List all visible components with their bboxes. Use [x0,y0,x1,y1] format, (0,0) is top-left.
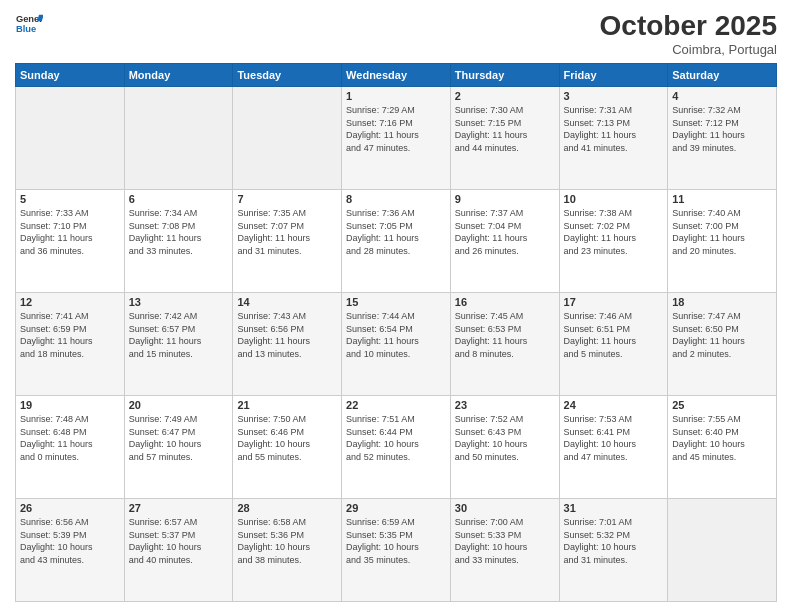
day-number: 22 [346,399,446,411]
calendar-week-row: 26Sunrise: 6:56 AM Sunset: 5:39 PM Dayli… [16,499,777,602]
table-row: 18Sunrise: 7:47 AM Sunset: 6:50 PM Dayli… [668,293,777,396]
table-row: 9Sunrise: 7:37 AM Sunset: 7:04 PM Daylig… [450,190,559,293]
day-info: Sunrise: 7:34 AM Sunset: 7:08 PM Dayligh… [129,207,229,257]
table-row [124,87,233,190]
day-info: Sunrise: 7:46 AM Sunset: 6:51 PM Dayligh… [564,310,664,360]
day-info: Sunrise: 7:30 AM Sunset: 7:15 PM Dayligh… [455,104,555,154]
day-info: Sunrise: 7:31 AM Sunset: 7:13 PM Dayligh… [564,104,664,154]
day-number: 6 [129,193,229,205]
page: General Blue General Blue October 2025 C… [0,0,792,612]
day-number: 20 [129,399,229,411]
col-wednesday: Wednesday [342,64,451,87]
table-row: 16Sunrise: 7:45 AM Sunset: 6:53 PM Dayli… [450,293,559,396]
day-number: 26 [20,502,120,514]
day-number: 17 [564,296,664,308]
day-info: Sunrise: 6:58 AM Sunset: 5:36 PM Dayligh… [237,516,337,566]
col-friday: Friday [559,64,668,87]
day-number: 23 [455,399,555,411]
col-saturday: Saturday [668,64,777,87]
table-row: 21Sunrise: 7:50 AM Sunset: 6:46 PM Dayli… [233,396,342,499]
day-number: 13 [129,296,229,308]
day-info: Sunrise: 7:47 AM Sunset: 6:50 PM Dayligh… [672,310,772,360]
table-row: 14Sunrise: 7:43 AM Sunset: 6:56 PM Dayli… [233,293,342,396]
day-number: 11 [672,193,772,205]
day-number: 24 [564,399,664,411]
table-row: 3Sunrise: 7:31 AM Sunset: 7:13 PM Daylig… [559,87,668,190]
day-info: Sunrise: 7:41 AM Sunset: 6:59 PM Dayligh… [20,310,120,360]
day-number: 29 [346,502,446,514]
day-number: 28 [237,502,337,514]
day-info: Sunrise: 6:56 AM Sunset: 5:39 PM Dayligh… [20,516,120,566]
table-row: 6Sunrise: 7:34 AM Sunset: 7:08 PM Daylig… [124,190,233,293]
day-number: 12 [20,296,120,308]
day-info: Sunrise: 7:51 AM Sunset: 6:44 PM Dayligh… [346,413,446,463]
day-info: Sunrise: 7:36 AM Sunset: 7:05 PM Dayligh… [346,207,446,257]
table-row: 15Sunrise: 7:44 AM Sunset: 6:54 PM Dayli… [342,293,451,396]
month-title: October 2025 [600,10,777,42]
logo: General Blue General Blue [15,10,43,38]
day-info: Sunrise: 7:38 AM Sunset: 7:02 PM Dayligh… [564,207,664,257]
day-number: 1 [346,90,446,102]
weekday-header-row: Sunday Monday Tuesday Wednesday Thursday… [16,64,777,87]
table-row [233,87,342,190]
table-row [16,87,125,190]
day-info: Sunrise: 7:43 AM Sunset: 6:56 PM Dayligh… [237,310,337,360]
day-number: 19 [20,399,120,411]
day-info: Sunrise: 7:45 AM Sunset: 6:53 PM Dayligh… [455,310,555,360]
table-row: 22Sunrise: 7:51 AM Sunset: 6:44 PM Dayli… [342,396,451,499]
day-number: 8 [346,193,446,205]
table-row: 26Sunrise: 6:56 AM Sunset: 5:39 PM Dayli… [16,499,125,602]
day-info: Sunrise: 7:37 AM Sunset: 7:04 PM Dayligh… [455,207,555,257]
day-info: Sunrise: 7:01 AM Sunset: 5:32 PM Dayligh… [564,516,664,566]
day-number: 9 [455,193,555,205]
table-row: 11Sunrise: 7:40 AM Sunset: 7:00 PM Dayli… [668,190,777,293]
logo-icon: General Blue [15,10,43,38]
day-number: 10 [564,193,664,205]
col-monday: Monday [124,64,233,87]
calendar-week-row: 1Sunrise: 7:29 AM Sunset: 7:16 PM Daylig… [16,87,777,190]
table-row: 28Sunrise: 6:58 AM Sunset: 5:36 PM Dayli… [233,499,342,602]
table-row: 27Sunrise: 6:57 AM Sunset: 5:37 PM Dayli… [124,499,233,602]
calendar-week-row: 12Sunrise: 7:41 AM Sunset: 6:59 PM Dayli… [16,293,777,396]
day-number: 30 [455,502,555,514]
table-row: 10Sunrise: 7:38 AM Sunset: 7:02 PM Dayli… [559,190,668,293]
table-row: 5Sunrise: 7:33 AM Sunset: 7:10 PM Daylig… [16,190,125,293]
table-row: 23Sunrise: 7:52 AM Sunset: 6:43 PM Dayli… [450,396,559,499]
table-row: 25Sunrise: 7:55 AM Sunset: 6:40 PM Dayli… [668,396,777,499]
day-info: Sunrise: 7:29 AM Sunset: 7:16 PM Dayligh… [346,104,446,154]
table-row: 1Sunrise: 7:29 AM Sunset: 7:16 PM Daylig… [342,87,451,190]
calendar-week-row: 19Sunrise: 7:48 AM Sunset: 6:48 PM Dayli… [16,396,777,499]
svg-text:Blue: Blue [16,24,36,34]
col-sunday: Sunday [16,64,125,87]
day-info: Sunrise: 7:48 AM Sunset: 6:48 PM Dayligh… [20,413,120,463]
day-number: 4 [672,90,772,102]
day-number: 25 [672,399,772,411]
day-number: 7 [237,193,337,205]
day-info: Sunrise: 7:52 AM Sunset: 6:43 PM Dayligh… [455,413,555,463]
col-tuesday: Tuesday [233,64,342,87]
day-info: Sunrise: 6:57 AM Sunset: 5:37 PM Dayligh… [129,516,229,566]
title-section: October 2025 Coimbra, Portugal [600,10,777,57]
day-number: 18 [672,296,772,308]
day-info: Sunrise: 6:59 AM Sunset: 5:35 PM Dayligh… [346,516,446,566]
day-number: 15 [346,296,446,308]
table-row: 8Sunrise: 7:36 AM Sunset: 7:05 PM Daylig… [342,190,451,293]
col-thursday: Thursday [450,64,559,87]
day-number: 14 [237,296,337,308]
day-info: Sunrise: 7:40 AM Sunset: 7:00 PM Dayligh… [672,207,772,257]
day-info: Sunrise: 7:42 AM Sunset: 6:57 PM Dayligh… [129,310,229,360]
day-info: Sunrise: 7:50 AM Sunset: 6:46 PM Dayligh… [237,413,337,463]
day-number: 16 [455,296,555,308]
location: Coimbra, Portugal [600,42,777,57]
table-row: 20Sunrise: 7:49 AM Sunset: 6:47 PM Dayli… [124,396,233,499]
table-row: 29Sunrise: 6:59 AM Sunset: 5:35 PM Dayli… [342,499,451,602]
day-info: Sunrise: 7:00 AM Sunset: 5:33 PM Dayligh… [455,516,555,566]
day-info: Sunrise: 7:44 AM Sunset: 6:54 PM Dayligh… [346,310,446,360]
table-row: 19Sunrise: 7:48 AM Sunset: 6:48 PM Dayli… [16,396,125,499]
day-number: 31 [564,502,664,514]
calendar-table: Sunday Monday Tuesday Wednesday Thursday… [15,63,777,602]
day-info: Sunrise: 7:32 AM Sunset: 7:12 PM Dayligh… [672,104,772,154]
table-row: 24Sunrise: 7:53 AM Sunset: 6:41 PM Dayli… [559,396,668,499]
day-number: 3 [564,90,664,102]
day-info: Sunrise: 7:49 AM Sunset: 6:47 PM Dayligh… [129,413,229,463]
